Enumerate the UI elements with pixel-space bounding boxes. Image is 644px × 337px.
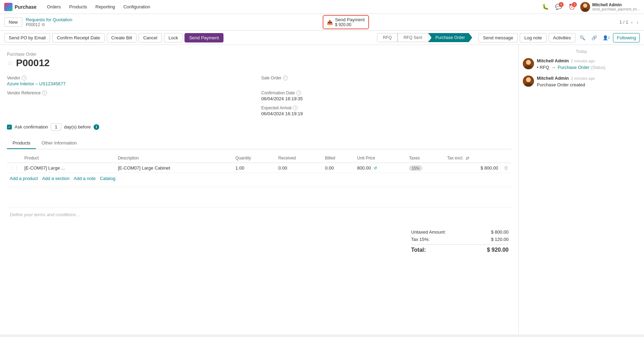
confirmation-date-label: Confirmation Date ? xyxy=(261,91,512,95)
ask-confirmation-days[interactable]: 1 xyxy=(51,123,61,131)
status-purchase-order[interactable]: Purchase Order xyxy=(428,33,472,42)
lock-button[interactable]: Lock xyxy=(164,33,182,42)
send-po-by-email-button[interactable]: Send PO by Email xyxy=(4,33,50,42)
tax-label: Tax 15%: xyxy=(411,237,430,242)
vendor-value[interactable]: Azure Interior – US12345677 xyxy=(7,81,257,86)
product-unit-price[interactable]: 800.00 xyxy=(357,165,371,171)
discuss-icon[interactable]: 💬 5 xyxy=(554,2,564,12)
confirmation-date-help-icon[interactable]: ? xyxy=(296,91,301,95)
nav-orders[interactable]: Orders xyxy=(44,3,64,11)
add-product-link[interactable]: Add a product xyxy=(10,176,38,181)
activity-icon[interactable]: ⏰ 3 xyxy=(567,2,577,12)
vendor-help-icon[interactable]: ? xyxy=(22,76,26,80)
product-billed: 0.00 xyxy=(325,165,334,171)
add-note-link[interactable]: Add a note xyxy=(74,176,96,181)
expected-arrival-help-icon[interactable]: ? xyxy=(293,105,298,110)
sale-order-help-icon[interactable]: ? xyxy=(283,76,288,80)
status-pipeline: RFQ RFQ Sent Purchase Order xyxy=(377,33,472,42)
search-icon[interactable]: 🔍 xyxy=(578,33,587,42)
create-bill-button[interactable]: Create Bill xyxy=(107,33,137,42)
user-avatar xyxy=(580,2,590,12)
col-description: Description xyxy=(115,154,233,163)
untaxed-value: $ 800.00 xyxy=(491,229,509,235)
delete-row-button[interactable]: 🗑 xyxy=(504,165,509,171)
vendor-ref-label: Vendor Reference ? xyxy=(7,91,257,95)
terms-placeholder: Define your terms and conditions ... xyxy=(10,212,81,217)
activities-button[interactable]: Activities xyxy=(549,33,575,42)
discuss-badge: 5 xyxy=(559,2,564,7)
col-unit-price: Unit Price xyxy=(354,154,406,163)
product-received: 0.00 xyxy=(278,165,287,171)
pagination-text: 1 / 1 xyxy=(619,19,628,25)
send-payment-button[interactable]: Send Payment xyxy=(184,33,223,42)
add-links: Add a product Add a section Add a note C… xyxy=(7,173,511,184)
catalog-link[interactable]: Catalog xyxy=(100,176,116,181)
total-value: $ 920.00 xyxy=(487,247,509,253)
new-button[interactable]: New xyxy=(4,17,22,27)
user-menu[interactable]: Mitchell Admin send_purchase_payment_kn.… xyxy=(580,2,640,12)
breadcrumb-sub: P00012 ⚙ xyxy=(26,22,72,27)
nav-links: Orders Products Reporting Configuration xyxy=(44,3,541,11)
nav-configuration[interactable]: Configuration xyxy=(120,3,154,11)
expected-arrival-label: Expected Arrival ? xyxy=(261,105,512,110)
user-name: Mitchell Admin xyxy=(592,2,640,7)
ask-confirmation-checkbox[interactable]: ✓ xyxy=(7,125,12,130)
total-row: Total: $ 920.00 xyxy=(411,244,509,254)
form-fields: Vendor ? Azure Interior – US12345677 Sal… xyxy=(7,76,511,116)
vendor-ref-help-icon[interactable]: ? xyxy=(42,91,47,95)
debug-icon[interactable]: 🐛 xyxy=(541,2,550,12)
product-description[interactable]: [E-COM07] Large Cabinet xyxy=(118,165,170,171)
ask-confirmation-label: Ask confirmation xyxy=(15,124,48,130)
chatter-text-1: Purchase Order created xyxy=(537,82,640,87)
status-rfq[interactable]: RFQ xyxy=(377,33,398,42)
product-name[interactable]: [E-COM07] Large ... xyxy=(24,165,65,171)
user-name-block: Mitchell Admin send_purchase_payment_kn.… xyxy=(592,2,640,11)
next-page-button[interactable]: › xyxy=(635,19,640,26)
col-quantity: Quantity xyxy=(233,154,275,163)
chatter-content-1: Mitchell Admin 2 minutes ago Purchase Or… xyxy=(537,76,640,87)
log-note-button[interactable]: Log note xyxy=(520,33,547,42)
product-tax-excl: $ 800.00 xyxy=(480,165,498,171)
reset-price-icon[interactable]: ↺ xyxy=(374,166,377,171)
days-info-icon[interactable]: ℹ xyxy=(94,124,99,130)
product-taxes[interactable]: 15% xyxy=(409,165,422,171)
app-logo[interactable]: Purchase xyxy=(4,3,37,11)
prev-page-button[interactable]: ‹ xyxy=(630,19,634,26)
send-message-button[interactable]: Send message xyxy=(478,33,518,42)
settings-icon[interactable]: ⚙ xyxy=(41,22,45,27)
breadcrumb-main[interactable]: Requests for Quotation xyxy=(26,17,72,22)
breadcrumb-po-number: P00012 xyxy=(26,22,40,27)
tax-value: $ 120.00 xyxy=(491,237,509,242)
terms-area[interactable]: Define your terms and conditions ... xyxy=(7,207,511,221)
chatter-header-0: Mitchell Admin 2 minutes ago xyxy=(537,58,640,63)
tab-products[interactable]: Products xyxy=(7,138,36,149)
add-section-link[interactable]: Add a section xyxy=(42,176,70,181)
sale-order-label: Sale Order ? xyxy=(261,76,512,80)
product-tabs: Products Other Information xyxy=(7,138,511,149)
drag-handle[interactable]: ⋮⋮ xyxy=(10,165,19,171)
totals-section: Untaxed Amount: $ 800.00 Tax 15%: $ 120.… xyxy=(7,224,511,258)
col-tax-excl: Tax excl. ⇄ xyxy=(444,154,501,163)
svg-point-4 xyxy=(526,60,531,65)
following-button[interactable]: Following xyxy=(613,33,640,42)
sub-header: New Requests for Quotation P00012 ⚙ 📤 Se… xyxy=(0,14,644,31)
po-label: Purchase Order xyxy=(7,52,511,57)
status-rfq-sent[interactable]: RFQ Sent xyxy=(398,33,428,42)
chatter-avatar-1 xyxy=(523,76,534,87)
chatter-status-link[interactable]: Purchase Order xyxy=(558,65,590,70)
favorite-icon[interactable]: ☆ xyxy=(7,59,13,67)
col-settings-icon[interactable]: ⇄ xyxy=(466,156,469,160)
nav-reporting[interactable]: Reporting xyxy=(92,3,118,11)
cancel-button[interactable]: Cancel xyxy=(139,33,162,42)
logo-icon xyxy=(4,3,13,11)
nav-products[interactable]: Products xyxy=(66,3,91,11)
product-quantity[interactable]: 1.00 xyxy=(235,165,244,171)
send-payment-highlight-box[interactable]: 📤 Send Payment $ 920.00 xyxy=(323,15,369,29)
expected-arrival-value: 06/04/2024 16:19:19 xyxy=(261,111,512,116)
po-title: ☆ P00012 xyxy=(7,57,511,69)
link-icon[interactable]: 🔗 xyxy=(589,33,599,42)
app-name: Purchase xyxy=(15,4,37,10)
user-icon[interactable]: 👤2 xyxy=(601,33,611,42)
tab-other-information[interactable]: Other Information xyxy=(36,138,82,149)
confirm-receipt-date-button[interactable]: Confirm Receipt Date xyxy=(52,33,104,42)
